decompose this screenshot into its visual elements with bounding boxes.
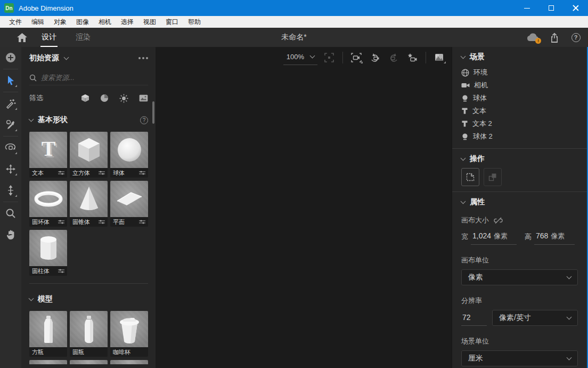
- menu-view[interactable]: 视图: [138, 17, 161, 28]
- camera-bookmarks-button[interactable]: [349, 51, 363, 65]
- menu-help[interactable]: 帮助: [183, 17, 206, 28]
- asset-tile-square-bottle[interactable]: 方瓶: [29, 311, 67, 357]
- asset-tile-partial[interactable]: [29, 360, 67, 364]
- basic-shapes-header[interactable]: 基本形状 ?: [29, 115, 148, 125]
- share-button[interactable]: [548, 30, 561, 44]
- tab-design[interactable]: 设计: [32, 28, 66, 47]
- menu-file[interactable]: 文件: [4, 17, 27, 28]
- asset-tile-partial[interactable]: [110, 360, 148, 364]
- scene-item-text[interactable]: 文本: [461, 105, 578, 117]
- asset-tile-sphere[interactable]: 球体: [110, 132, 148, 178]
- pan-tool[interactable]: [0, 158, 21, 180]
- models-header[interactable]: 模型: [29, 294, 148, 304]
- tile-settings-icon[interactable]: [139, 219, 145, 225]
- tab-render[interactable]: 渲染: [66, 28, 100, 47]
- tile-settings-icon[interactable]: [99, 219, 105, 225]
- scene-item-text-2[interactable]: 文本 2: [461, 117, 578, 130]
- minimize-button[interactable]: [514, 0, 539, 16]
- camera-redo-button[interactable]: [387, 51, 401, 65]
- assets-panel-title[interactable]: 初始资源: [29, 53, 59, 63]
- canvas-units-select[interactable]: 像素: [461, 269, 578, 285]
- flyout-indicator: [361, 61, 363, 63]
- resolution-input[interactable]: 72: [461, 313, 487, 326]
- camera-undo-button[interactable]: [368, 51, 382, 65]
- toolbar-separator: [342, 52, 343, 63]
- filter-icons: [81, 94, 148, 103]
- asset-tile-torus[interactable]: 圆环体: [29, 181, 67, 227]
- menu-camera[interactable]: 相机: [94, 17, 116, 28]
- canvas-units-value: 像素: [468, 273, 483, 282]
- tile-settings-icon[interactable]: [58, 268, 64, 274]
- scene-units-value: 厘米: [468, 354, 483, 363]
- unlink-icon[interactable]: [494, 217, 503, 224]
- asset-tile-coffee-cup[interactable]: 咖啡杯: [110, 311, 148, 357]
- scene-item-sphere[interactable]: 球体: [461, 92, 578, 105]
- asset-tile-plane[interactable]: 平面: [110, 181, 148, 227]
- properties-header[interactable]: 属性: [461, 197, 578, 207]
- tile-settings-icon[interactable]: [58, 170, 64, 175]
- hand-tool[interactable]: [0, 224, 21, 245]
- scene-item-label: 球体: [473, 93, 487, 103]
- zoom-dropdown[interactable]: 100%: [283, 51, 317, 65]
- asset-tile-partial[interactable]: [70, 360, 108, 364]
- menu-edit[interactable]: 编辑: [27, 17, 49, 28]
- tile-settings-icon[interactable]: [139, 170, 145, 175]
- hand-icon: [6, 229, 15, 240]
- tools-toolbar: [0, 47, 21, 368]
- actions-header[interactable]: 操作: [461, 154, 578, 164]
- dolly-tool[interactable]: [0, 180, 21, 201]
- menu-window[interactable]: 窗口: [161, 17, 183, 28]
- fit-canvas-button[interactable]: [322, 51, 336, 65]
- asset-tile-cone[interactable]: 圆锥体: [70, 181, 108, 227]
- match-image-button[interactable]: [432, 51, 446, 65]
- filter-materials-icon[interactable]: [100, 94, 109, 102]
- menu-image[interactable]: 图像: [71, 17, 94, 28]
- width-input[interactable]: 1,024 像素: [471, 231, 517, 245]
- asset-tile-cylinder[interactable]: 圆柱体: [29, 230, 67, 276]
- add-plus-icon: [5, 52, 16, 63]
- help-button[interactable]: ?: [569, 30, 583, 44]
- camera-bookmark-icon: [351, 53, 362, 62]
- asset-tile-cube[interactable]: 立方体: [70, 132, 108, 178]
- magic-wand-tool[interactable]: [0, 93, 21, 114]
- filter-models-icon[interactable]: [81, 94, 89, 102]
- more-options-button[interactable]: [138, 57, 148, 59]
- menu-object[interactable]: 对象: [49, 17, 71, 28]
- scene-header[interactable]: 场景: [461, 52, 578, 62]
- height-input[interactable]: 768 像素: [534, 231, 575, 245]
- sampler-tool[interactable]: [0, 114, 21, 135]
- tile-settings-icon[interactable]: [58, 219, 64, 225]
- replace-action-button[interactable]: [484, 168, 502, 186]
- add-content-button[interactable]: [0, 47, 21, 68]
- home-button[interactable]: [12, 28, 32, 47]
- menu-select[interactable]: 选择: [116, 17, 138, 28]
- tile-settings-icon[interactable]: [99, 170, 105, 175]
- tile-name: 圆瓶: [72, 348, 84, 356]
- filter-lights-icon[interactable]: [119, 94, 128, 103]
- scene-item-camera[interactable]: 相机: [461, 79, 578, 92]
- filter-images-icon[interactable]: [139, 94, 148, 102]
- asset-tile-round-bottle[interactable]: 圆瓶: [70, 311, 108, 357]
- filter-label: 筛选: [29, 93, 43, 103]
- tab-design-label: 设计: [42, 33, 56, 42]
- scene-item-sphere-2[interactable]: 球体 2: [461, 130, 578, 143]
- resolution-units-select[interactable]: 像素/英寸: [492, 310, 578, 326]
- maximize-button[interactable]: [539, 0, 564, 16]
- asset-tile-text[interactable]: T T 文本: [29, 132, 67, 178]
- save-camera-bookmark-button[interactable]: [405, 51, 419, 65]
- close-button[interactable]: [564, 0, 588, 16]
- section-help-icon[interactable]: ?: [140, 116, 148, 124]
- scene-units-select[interactable]: 厘米: [461, 350, 578, 366]
- resolution-group: 分辨率 72 像素/英寸: [461, 296, 578, 326]
- scene-item-environment[interactable]: 环境: [461, 66, 578, 79]
- orbit-tool[interactable]: [0, 137, 21, 158]
- zoom-tool[interactable]: [0, 203, 21, 224]
- text-object-icon: [461, 107, 468, 115]
- canvas-viewport[interactable]: 100%: [156, 47, 452, 368]
- chevron-down-icon[interactable]: [64, 54, 69, 60]
- select-all-action-button[interactable]: [461, 168, 479, 186]
- select-tool[interactable]: [0, 70, 21, 91]
- assets-scrollbar[interactable]: [152, 101, 154, 124]
- sync-status-button[interactable]: !: [526, 30, 540, 44]
- asset-search-field[interactable]: 搜索资源...: [29, 73, 148, 85]
